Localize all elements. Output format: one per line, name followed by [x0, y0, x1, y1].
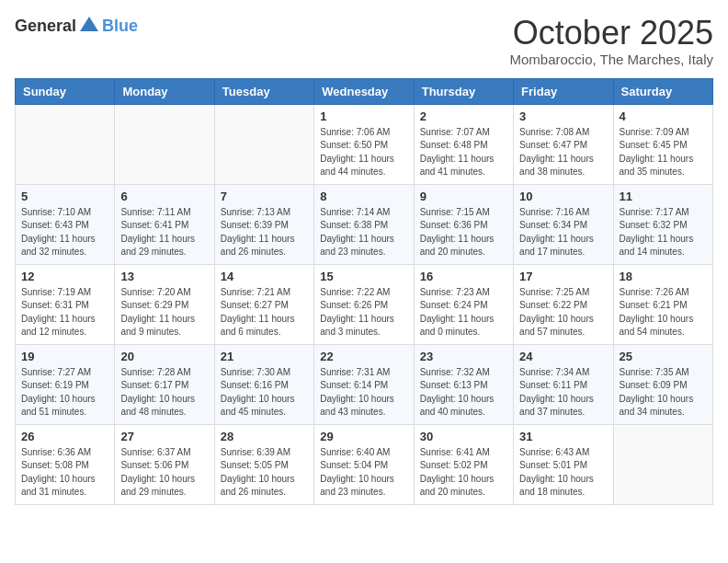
- day-info: Sunrise: 7:06 AM Sunset: 6:50 PM Dayligh…: [320, 126, 407, 179]
- calendar-cell: 11Sunrise: 7:17 AM Sunset: 6:32 PM Dayli…: [613, 184, 712, 264]
- day-number: 30: [420, 430, 507, 443]
- day-number: 5: [21, 190, 108, 203]
- calendar-cell: 23Sunrise: 7:32 AM Sunset: 6:13 PM Dayli…: [414, 344, 513, 424]
- calendar-cell: 30Sunrise: 6:41 AM Sunset: 5:02 PM Dayli…: [414, 424, 513, 504]
- day-info: Sunrise: 7:08 AM Sunset: 6:47 PM Dayligh…: [519, 126, 607, 179]
- day-info: Sunrise: 7:26 AM Sunset: 6:21 PM Dayligh…: [620, 286, 707, 339]
- calendar-cell: 31Sunrise: 6:43 AM Sunset: 5:01 PM Dayli…: [514, 424, 613, 504]
- calendar-cell: 7Sunrise: 7:13 AM Sunset: 6:39 PM Daylig…: [214, 184, 313, 264]
- day-info: Sunrise: 7:20 AM Sunset: 6:29 PM Dayligh…: [120, 286, 208, 339]
- calendar-header-row: SundayMondayTuesdayWednesdayThursdayFrid…: [16, 78, 713, 104]
- calendar-cell: 14Sunrise: 7:21 AM Sunset: 6:27 PM Dayli…: [214, 264, 313, 344]
- day-info: Sunrise: 6:41 AM Sunset: 5:02 PM Dayligh…: [420, 446, 507, 500]
- day-number: 24: [519, 350, 607, 363]
- calendar-cell: 24Sunrise: 7:34 AM Sunset: 6:11 PM Dayli…: [514, 344, 613, 424]
- calendar-cell: 17Sunrise: 7:25 AM Sunset: 6:22 PM Dayli…: [514, 264, 613, 344]
- day-info: Sunrise: 7:30 AM Sunset: 6:16 PM Dayligh…: [221, 366, 308, 419]
- calendar-cell: 29Sunrise: 6:40 AM Sunset: 5:04 PM Dayli…: [314, 424, 414, 504]
- calendar-week-row: 19Sunrise: 7:27 AM Sunset: 6:19 PM Dayli…: [16, 344, 713, 424]
- calendar-cell: 20Sunrise: 7:28 AM Sunset: 6:17 PM Dayli…: [115, 344, 214, 424]
- calendar-cell: [613, 424, 712, 504]
- day-number: 27: [120, 430, 208, 443]
- day-info: Sunrise: 7:21 AM Sunset: 6:27 PM Dayligh…: [221, 286, 308, 339]
- calendar-cell: 5Sunrise: 7:10 AM Sunset: 6:43 PM Daylig…: [16, 184, 115, 264]
- day-info: Sunrise: 7:34 AM Sunset: 6:11 PM Dayligh…: [519, 366, 607, 419]
- day-number: 6: [120, 190, 208, 203]
- day-info: Sunrise: 6:37 AM Sunset: 5:06 PM Dayligh…: [120, 446, 208, 500]
- month-title: October 2025: [510, 15, 713, 52]
- day-number: 17: [519, 270, 607, 283]
- day-number: 18: [620, 270, 707, 283]
- day-info: Sunrise: 7:15 AM Sunset: 6:36 PM Dayligh…: [420, 206, 507, 259]
- day-header-saturday: Saturday: [613, 78, 712, 104]
- calendar-cell: 21Sunrise: 7:30 AM Sunset: 6:16 PM Dayli…: [214, 344, 313, 424]
- day-info: Sunrise: 7:17 AM Sunset: 6:32 PM Dayligh…: [620, 206, 707, 259]
- day-info: Sunrise: 7:31 AM Sunset: 6:14 PM Dayligh…: [320, 366, 407, 419]
- calendar-cell: 22Sunrise: 7:31 AM Sunset: 6:14 PM Dayli…: [314, 344, 414, 424]
- day-info: Sunrise: 7:19 AM Sunset: 6:31 PM Dayligh…: [21, 286, 108, 339]
- day-info: Sunrise: 7:07 AM Sunset: 6:48 PM Dayligh…: [420, 126, 507, 179]
- day-header-monday: Monday: [115, 78, 214, 104]
- calendar-cell: 13Sunrise: 7:20 AM Sunset: 6:29 PM Dayli…: [115, 264, 214, 344]
- day-header-thursday: Thursday: [414, 78, 513, 104]
- day-number: 15: [320, 270, 407, 283]
- day-info: Sunrise: 7:35 AM Sunset: 6:09 PM Dayligh…: [620, 366, 707, 419]
- calendar-cell: [115, 104, 214, 184]
- calendar-cell: 2Sunrise: 7:07 AM Sunset: 6:48 PM Daylig…: [414, 104, 513, 184]
- calendar-cell: [214, 104, 313, 184]
- calendar-cell: [16, 104, 115, 184]
- calendar-cell: 16Sunrise: 7:23 AM Sunset: 6:24 PM Dayli…: [414, 264, 513, 344]
- calendar-cell: 6Sunrise: 7:11 AM Sunset: 6:41 PM Daylig…: [115, 184, 214, 264]
- calendar-cell: 9Sunrise: 7:15 AM Sunset: 6:36 PM Daylig…: [414, 184, 513, 264]
- calendar-table: SundayMondayTuesdayWednesdayThursdayFrid…: [15, 78, 713, 505]
- calendar-cell: 10Sunrise: 7:16 AM Sunset: 6:34 PM Dayli…: [514, 184, 613, 264]
- day-info: Sunrise: 7:14 AM Sunset: 6:38 PM Dayligh…: [320, 206, 407, 259]
- day-number: 3: [519, 109, 607, 123]
- logo: General Blue: [15, 15, 138, 37]
- day-info: Sunrise: 7:23 AM Sunset: 6:24 PM Dayligh…: [420, 286, 507, 339]
- page-header: General Blue October 2025 Mombaroccio, T…: [15, 15, 713, 67]
- day-info: Sunrise: 7:10 AM Sunset: 6:43 PM Dayligh…: [21, 206, 108, 259]
- day-number: 9: [420, 190, 507, 203]
- calendar-cell: 3Sunrise: 7:08 AM Sunset: 6:47 PM Daylig…: [514, 104, 613, 184]
- calendar-week-row: 26Sunrise: 6:36 AM Sunset: 5:08 PM Dayli…: [16, 424, 713, 504]
- day-number: 1: [320, 109, 407, 123]
- calendar-cell: 19Sunrise: 7:27 AM Sunset: 6:19 PM Dayli…: [16, 344, 115, 424]
- day-number: 7: [221, 190, 308, 203]
- day-info: Sunrise: 7:16 AM Sunset: 6:34 PM Dayligh…: [519, 206, 607, 259]
- calendar-cell: 27Sunrise: 6:37 AM Sunset: 5:06 PM Dayli…: [115, 424, 214, 504]
- calendar-cell: 8Sunrise: 7:14 AM Sunset: 6:38 PM Daylig…: [314, 184, 414, 264]
- calendar-week-row: 12Sunrise: 7:19 AM Sunset: 6:31 PM Dayli…: [16, 264, 713, 344]
- calendar-cell: 15Sunrise: 7:22 AM Sunset: 6:26 PM Dayli…: [314, 264, 414, 344]
- day-info: Sunrise: 6:39 AM Sunset: 5:05 PM Dayligh…: [221, 446, 308, 500]
- day-number: 26: [21, 430, 108, 443]
- location-title: Mombaroccio, The Marches, Italy: [510, 52, 713, 67]
- day-info: Sunrise: 7:27 AM Sunset: 6:19 PM Dayligh…: [21, 366, 108, 419]
- calendar-cell: 18Sunrise: 7:26 AM Sunset: 6:21 PM Dayli…: [613, 264, 712, 344]
- logo-icon: [78, 15, 100, 37]
- day-number: 19: [21, 350, 108, 363]
- calendar-cell: 1Sunrise: 7:06 AM Sunset: 6:50 PM Daylig…: [314, 104, 414, 184]
- day-info: Sunrise: 7:11 AM Sunset: 6:41 PM Dayligh…: [120, 206, 208, 259]
- calendar-cell: 4Sunrise: 7:09 AM Sunset: 6:45 PM Daylig…: [613, 104, 712, 184]
- day-info: Sunrise: 7:25 AM Sunset: 6:22 PM Dayligh…: [519, 286, 607, 339]
- day-number: 8: [320, 190, 407, 203]
- day-header-tuesday: Tuesday: [214, 78, 313, 104]
- day-number: 10: [519, 190, 607, 203]
- day-number: 13: [120, 270, 208, 283]
- calendar-week-row: 5Sunrise: 7:10 AM Sunset: 6:43 PM Daylig…: [16, 184, 713, 264]
- day-info: Sunrise: 6:43 AM Sunset: 5:01 PM Dayligh…: [519, 446, 607, 500]
- day-number: 21: [221, 350, 308, 363]
- calendar-week-row: 1Sunrise: 7:06 AM Sunset: 6:50 PM Daylig…: [16, 104, 713, 184]
- day-info: Sunrise: 7:32 AM Sunset: 6:13 PM Dayligh…: [420, 366, 507, 419]
- svg-marker-0: [80, 17, 98, 31]
- calendar-cell: 25Sunrise: 7:35 AM Sunset: 6:09 PM Dayli…: [613, 344, 712, 424]
- day-number: 31: [519, 430, 607, 443]
- day-number: 28: [221, 430, 308, 443]
- day-number: 12: [21, 270, 108, 283]
- logo-blue: Blue: [102, 17, 138, 36]
- day-info: Sunrise: 7:13 AM Sunset: 6:39 PM Dayligh…: [221, 206, 308, 259]
- day-number: 2: [420, 109, 507, 123]
- day-number: 23: [420, 350, 507, 363]
- day-number: 4: [620, 109, 707, 123]
